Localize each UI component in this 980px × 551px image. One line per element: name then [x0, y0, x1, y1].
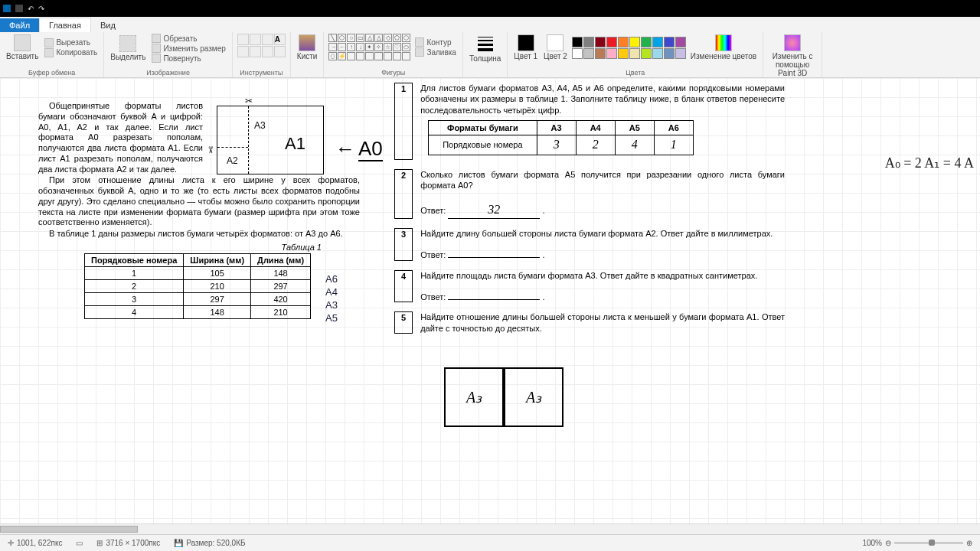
- side-note: A₀ = 2 A₁ = 4 A: [885, 155, 974, 171]
- table-caption: Таблица 1: [38, 243, 322, 252]
- group-tools: A Инструменты: [233, 32, 291, 77]
- copy-icon: [44, 48, 54, 57]
- crop-button[interactable]: Обрезать: [150, 34, 227, 43]
- hand-annotations: A6A4A3A5: [325, 272, 338, 324]
- group-clipboard: Вставить Вырезать Копировать Буфер обмен…: [0, 32, 104, 77]
- color-swatch[interactable]: [641, 37, 652, 47]
- color-swatch[interactable]: [572, 48, 583, 59]
- scissors-icon: ✂: [205, 146, 216, 154]
- color-swatch[interactable]: [583, 37, 594, 47]
- color-swatch[interactable]: [652, 37, 663, 47]
- status-zoom: 100%⊖⊕: [862, 539, 972, 547]
- group-image: Выделить Обрезать Изменить размер Поверн…: [104, 32, 233, 77]
- outline-icon: [415, 37, 424, 47]
- rainbow-icon: [715, 34, 732, 51]
- group-paint3d: Изменить с помощью Paint 3D: [763, 32, 822, 77]
- color-swatch[interactable]: [641, 48, 652, 59]
- color1-button[interactable]: Цвет 1: [512, 34, 539, 61]
- table-row: 1105148: [85, 266, 311, 279]
- group-shapes: ╲⬡○▭△△◇⬠⬡→←↑↓✦✧☆♡⬭⬯⚡ Контур Заливка Фигу…: [324, 32, 463, 77]
- selection-icon: ▭: [76, 539, 83, 547]
- color-swatch[interactable]: [572, 37, 583, 47]
- color-swatch[interactable]: [595, 37, 606, 47]
- question-5: 5 Найдите отношение длины большей сторон…: [394, 311, 785, 334]
- paint3d-icon: [784, 34, 801, 51]
- brushes-button[interactable]: Кисти: [296, 34, 319, 61]
- color-swatch[interactable]: [664, 48, 675, 59]
- rotate-button[interactable]: Повернуть: [150, 54, 227, 63]
- color-swatch[interactable]: [629, 48, 640, 59]
- cut-button[interactable]: Вырезать: [43, 38, 99, 47]
- window-titlebar: ↶ ↷: [0, 0, 980, 17]
- zoom-in-icon[interactable]: ⊕: [966, 539, 972, 547]
- horizontal-scrollbar[interactable]: [0, 523, 980, 534]
- group-size: Толщина: [463, 32, 508, 77]
- paint3d-button[interactable]: Изменить с помощью Paint 3D: [768, 34, 817, 78]
- color2-swatch: [547, 34, 564, 51]
- edit-colors-button[interactable]: Изменение цветов: [689, 34, 758, 61]
- brush-icon: [299, 34, 315, 51]
- group-brushes: Кисти: [291, 32, 325, 77]
- crop-icon: [152, 34, 161, 43]
- format-diagram: A3 A2 A1 ✂ ✂: [217, 106, 324, 174]
- color-swatch[interactable]: [606, 37, 617, 47]
- status-filesize: 💾Размер: 520,0КБ: [174, 539, 245, 547]
- color-swatch[interactable]: [652, 48, 663, 59]
- table-row: 4148210: [85, 305, 311, 318]
- paragraph-1: Общепринятые форматы листов бумаги обозн…: [38, 101, 203, 174]
- paragraph-2: При этом отношение длины листа к его шир…: [38, 175, 360, 228]
- color-swatch[interactable]: [664, 37, 675, 47]
- shape-fill[interactable]: Заливка: [413, 47, 458, 57]
- resize-button[interactable]: Изменить размер: [150, 44, 227, 53]
- table-1: Порядковые номераШирина (мм)Длина (мм) 1…: [84, 253, 311, 319]
- crosshair-icon: ✛: [8, 539, 14, 547]
- tab-home[interactable]: Главная: [39, 18, 91, 32]
- color-swatch[interactable]: [675, 37, 686, 47]
- question-1: 1 Для листов бумаги форматов A3, A4, A5 …: [394, 83, 785, 160]
- group-colors: Цвет 1 Цвет 2 Изменение цветов Цвета: [508, 32, 763, 77]
- resize-icon: [152, 44, 161, 53]
- color-swatch[interactable]: [629, 37, 640, 47]
- hand-sketch: A₃ A₃: [444, 367, 564, 427]
- size-button[interactable]: Толщина: [468, 34, 502, 64]
- table-row: 2210297: [85, 279, 311, 292]
- disk-icon: 💾: [174, 539, 183, 547]
- fill-icon: [415, 47, 424, 57]
- shape-gallery[interactable]: ╲⬡○▭△△◇⬠⬡→←↑↓✦✧☆♡⬭⬯⚡: [328, 34, 410, 60]
- color-palette[interactable]: [572, 37, 686, 59]
- color-swatch[interactable]: [606, 48, 617, 59]
- color-swatch[interactable]: [675, 48, 686, 59]
- status-dimensions: ⊞3716 × 1700пкс: [96, 539, 160, 547]
- paste-button[interactable]: Вставить: [5, 34, 40, 61]
- shape-outline[interactable]: Контур: [413, 37, 458, 47]
- color-swatch[interactable]: [583, 48, 594, 59]
- color1-swatch: [518, 34, 534, 51]
- right-column: 1 Для листов бумаги форматов A3, A4, A5 …: [394, 83, 785, 343]
- dimensions-icon: ⊞: [96, 539, 103, 547]
- redo-icon[interactable]: ↷: [38, 5, 44, 13]
- tool-palette[interactable]: A: [237, 34, 286, 57]
- status-position: ✛1001, 622пкс: [8, 539, 62, 547]
- question-3: 3 Найдите длину большей стороны листа бу…: [394, 228, 785, 261]
- scrollbar-thumb[interactable]: [0, 526, 138, 533]
- zoom-slider[interactable]: [894, 542, 963, 544]
- question-2: 2 Сколько листов бумаги формата A5 получ…: [394, 169, 785, 219]
- question-4: 4 Найдите площадь листа бумаги формата A…: [394, 270, 785, 303]
- color-swatch[interactable]: [618, 48, 629, 59]
- paste-icon: [14, 34, 31, 51]
- zoom-out-icon[interactable]: ⊖: [885, 539, 891, 547]
- document-content: Общепринятые форматы листов бумаги обозн…: [0, 78, 980, 534]
- ribbon-tabs: Файл Главная Вид: [0, 17, 980, 32]
- color2-button[interactable]: Цвет 2: [542, 34, 569, 61]
- table-row: 3297420: [85, 292, 311, 305]
- copy-button[interactable]: Копировать: [43, 48, 99, 57]
- select-button[interactable]: Выделить: [109, 34, 147, 62]
- color-swatch[interactable]: [595, 48, 606, 59]
- save-icon[interactable]: [15, 5, 23, 12]
- color-swatch[interactable]: [618, 37, 629, 47]
- tab-view[interactable]: Вид: [91, 18, 125, 32]
- undo-icon[interactable]: ↶: [28, 5, 34, 13]
- ribbon: Вставить Вырезать Копировать Буфер обмен…: [0, 32, 980, 78]
- tab-file[interactable]: Файл: [0, 18, 39, 32]
- canvas[interactable]: Общепринятые форматы листов бумаги обозн…: [0, 78, 980, 534]
